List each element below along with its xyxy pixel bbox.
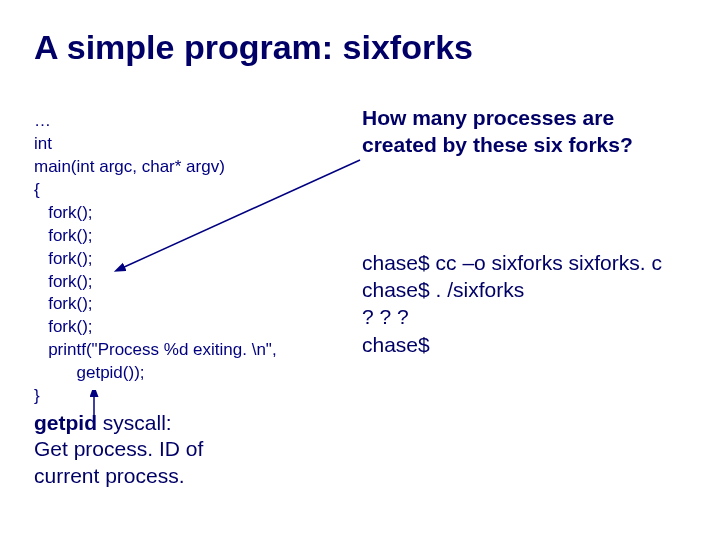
getpid-text: syscall:: [97, 411, 172, 434]
terminal-line: ? ? ?: [362, 305, 409, 328]
terminal-line: chase$: [362, 333, 430, 356]
code-block: … int main(int argc, char* argv) { fork(…: [34, 87, 344, 408]
left-column: … int main(int argc, char* argv) { fork(…: [34, 87, 344, 489]
code-line: }: [34, 386, 40, 405]
question-line: How many processes are: [362, 106, 614, 129]
code-line: fork();: [34, 226, 93, 245]
code-line: …: [34, 111, 51, 130]
slide-title: A simple program: sixforks: [34, 28, 686, 67]
right-column: How many processes are created by these …: [362, 87, 686, 489]
terminal-block: chase$ cc –o sixforks sixforks. c chase$…: [362, 249, 686, 358]
content-columns: … int main(int argc, char* argv) { fork(…: [34, 87, 686, 489]
code-line: fork();: [34, 203, 93, 222]
question-line: created by these six forks?: [362, 133, 633, 156]
code-line: fork();: [34, 249, 93, 268]
code-line: fork();: [34, 294, 93, 313]
code-line: fork();: [34, 272, 93, 291]
code-line: int: [34, 134, 52, 153]
code-line: printf("Process %d exiting. \n",: [34, 340, 277, 359]
getpid-annotation: getpid syscall: Get process. ID of curre…: [34, 410, 344, 489]
getpid-keyword: getpid: [34, 411, 97, 434]
code-line: getpid());: [34, 363, 145, 382]
slide: A simple program: sixforks … int main(in…: [0, 0, 720, 540]
terminal-line: chase$ . /sixforks: [362, 278, 524, 301]
getpid-text-line: Get process. ID of: [34, 437, 203, 460]
code-line: main(int argc, char* argv): [34, 157, 225, 176]
terminal-line: chase$ cc –o sixforks sixforks. c: [362, 251, 662, 274]
getpid-text-line: current process.: [34, 464, 185, 487]
question-block: How many processes are created by these …: [362, 105, 686, 159]
code-line: fork();: [34, 317, 93, 336]
code-line: {: [34, 180, 40, 199]
